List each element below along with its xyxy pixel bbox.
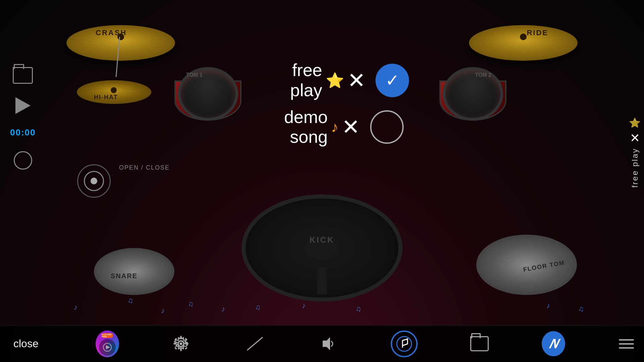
demo-song-note-icon: ♪ [331, 119, 338, 135]
free-play-star-icon: ⭐ [326, 72, 344, 89]
hihat-label: HI-HAT [94, 94, 118, 101]
svg-rect-4 [180, 336, 182, 339]
tom2-label: TOM 2 [475, 72, 491, 78]
crash-label: CRASH [96, 28, 127, 37]
tom2-drum[interactable] [443, 67, 503, 121]
free-play-row: freeplay ⭐ ✕ ✓ [235, 60, 409, 101]
close-button[interactable]: close [7, 334, 45, 353]
right-star-icon: ⭐ [629, 117, 641, 128]
kick-label: KICK [310, 235, 335, 245]
hamburger-line-3 [619, 347, 634, 349]
demo-song-row: demosong ♪ ✕ [240, 107, 404, 147]
svg-rect-5 [180, 349, 182, 351]
hamburger-line-1 [619, 339, 634, 341]
stick-icon [247, 337, 263, 351]
right-freeplay-indicator: ⭐ ✕ free play [629, 117, 641, 188]
free-play-label: freeplay [235, 60, 322, 101]
ride-cymbal-center [520, 34, 527, 40]
music-note-1: ♪ [74, 303, 77, 312]
svg-rect-10 [174, 347, 177, 350]
music-note-5: ♪ [221, 305, 225, 313]
music-note-3: ♪ [161, 306, 165, 315]
music-note-10: ♫ [578, 305, 584, 313]
svg-rect-7 [186, 343, 189, 345]
music-note-7: ♪ [302, 301, 306, 310]
svg-rect-6 [173, 343, 176, 345]
svg-point-13 [397, 337, 412, 351]
settings-button[interactable] [169, 332, 193, 356]
timer-display: 00:00 [10, 127, 36, 138]
folder-button[interactable] [13, 67, 33, 84]
demo-song-x-icon[interactable]: ✕ [342, 116, 360, 138]
snare-drum[interactable] [94, 248, 174, 295]
music-note-2: ♫ [127, 296, 133, 305]
music-play-button[interactable] [391, 330, 418, 357]
open-close-label: OPEN / CLOSE [119, 164, 170, 171]
music-note-6: ♫ [255, 303, 261, 312]
ride-label: RIDE [527, 28, 548, 37]
folder-toolbar-button[interactable] [468, 332, 491, 356]
free-play-x-icon[interactable]: ✕ [347, 70, 366, 91]
hihat-center [111, 87, 117, 93]
snare-label: SNARE [111, 272, 138, 280]
free-play-select-button[interactable]: ✓ [376, 64, 409, 97]
music-note-9: ♪ [546, 301, 550, 310]
open-close-dot [91, 178, 97, 184]
svg-marker-12 [323, 337, 330, 350]
music-note-8: ♫ [356, 305, 361, 313]
bottom-toolbar: close PLAY FOR FREE [0, 325, 644, 362]
folder-toolbar-icon [470, 336, 489, 351]
left-controls: 00:00 [10, 67, 36, 170]
music-note-circle-icon [396, 336, 413, 352]
n-button[interactable]: 𝘕 [542, 332, 565, 356]
hihat-open-close-button[interactable] [77, 164, 111, 198]
tom1-label: TOM 1 [186, 72, 203, 78]
svg-rect-11 [185, 347, 187, 350]
app-icon-button[interactable]: PLAY FOR FREE [96, 332, 119, 356]
hamburger-menu-button[interactable] [615, 336, 637, 352]
demo-song-select-button[interactable] [370, 110, 404, 144]
hamburger-line-2 [619, 343, 634, 345]
right-freeplay-text: free play [630, 148, 640, 188]
demo-song-label: demosong [240, 107, 328, 147]
open-close-inner [84, 171, 104, 191]
record-button[interactable] [14, 151, 32, 170]
right-x-icon: ✕ [630, 131, 640, 145]
n-icon: 𝘕 [542, 331, 565, 356]
checkmark-icon: ✓ [385, 71, 399, 90]
music-note-4: ♫ [188, 300, 194, 308]
svg-point-3 [180, 343, 182, 345]
speaker-icon [319, 335, 338, 353]
mode-overlay: freeplay ⭐ ✕ ✓ demosong ♪ ✕ [235, 60, 409, 147]
play-button[interactable] [15, 97, 31, 114]
gear-icon [172, 335, 190, 353]
volume-button[interactable] [317, 332, 340, 356]
kick-drum[interactable] [241, 194, 402, 302]
play-for-free-icon: PLAY FOR FREE [96, 330, 119, 357]
drumstick-button[interactable] [243, 332, 267, 356]
